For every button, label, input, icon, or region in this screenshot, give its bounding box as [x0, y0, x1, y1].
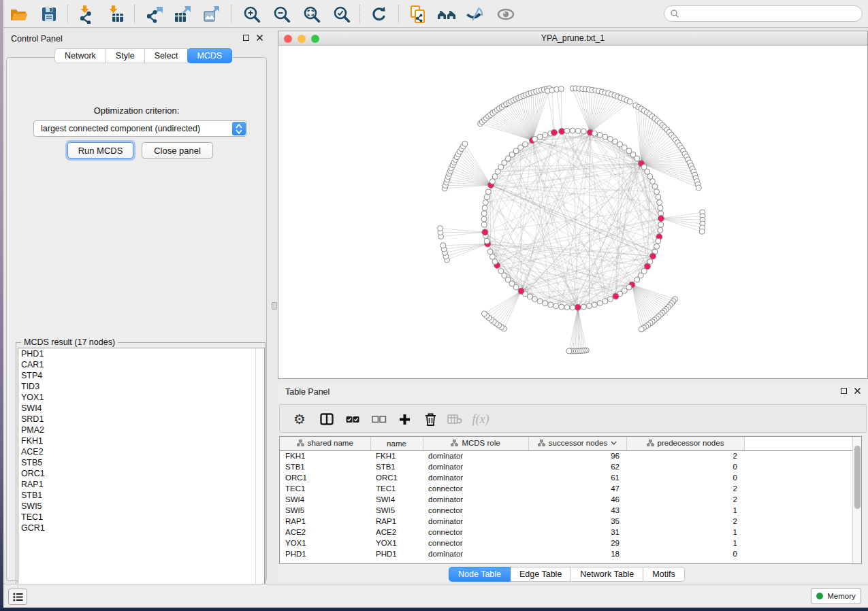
select-all-icon[interactable] [344, 410, 361, 428]
mcds-list-scrollbar[interactable] [255, 348, 264, 592]
tab-motifs[interactable]: Motifs [643, 567, 684, 582]
ring-node[interactable] [592, 302, 597, 308]
ring-node[interactable] [656, 195, 661, 200]
column-header-name[interactable]: name [370, 437, 423, 450]
tab-select[interactable]: Select [145, 48, 189, 63]
ring-node[interactable] [564, 305, 570, 310]
mcds-result-item[interactable]: RAP1 [18, 479, 264, 490]
zoom-out-icon[interactable] [272, 4, 292, 24]
mcds-result-item[interactable]: SWI4 [18, 403, 264, 414]
ring-node[interactable] [548, 302, 553, 308]
table-row[interactable]: RAP1RAP1dominator352 [280, 516, 861, 527]
close-panel-icon[interactable] [854, 387, 861, 395]
leaf-node[interactable] [696, 185, 701, 191]
split-divider-handle[interactable] [272, 302, 277, 310]
table-row[interactable]: FKH1FKH1dominator962 [280, 450, 861, 461]
mcds-result-item[interactable]: STB5 [18, 457, 264, 468]
ring-node[interactable] [575, 128, 581, 133]
table-row[interactable]: PHD1PHD1dominator180 [280, 548, 861, 559]
table-row[interactable]: TEC1TEC1connector472 [280, 483, 861, 494]
leaf-node[interactable] [438, 226, 443, 231]
ring-node[interactable] [652, 184, 658, 189]
close-panel-icon[interactable] [256, 34, 263, 42]
delete-column-icon[interactable] [421, 410, 439, 428]
memory-button[interactable]: Memory [811, 588, 861, 604]
mcds-hub-node[interactable] [658, 216, 664, 222]
hide-graphics-details-icon[interactable] [466, 4, 486, 24]
open-file-icon[interactable] [9, 4, 29, 24]
ring-node[interactable] [656, 238, 661, 244]
show-details-eye-icon[interactable] [496, 4, 516, 24]
ring-node[interactable] [570, 128, 575, 133]
ring-node[interactable] [597, 132, 602, 137]
ring-node[interactable] [586, 303, 592, 309]
table-row[interactable]: ACE2ACE2connector311 [280, 527, 861, 538]
deselect-all-icon[interactable] [370, 410, 388, 428]
select-stepper-icon[interactable] [232, 122, 246, 135]
ring-node[interactable] [481, 216, 487, 222]
ring-node[interactable] [484, 238, 489, 244]
ring-node[interactable] [654, 244, 660, 249]
ring-node[interactable] [522, 142, 528, 147]
ring-node[interactable] [581, 129, 586, 134]
ring-node[interactable] [483, 200, 488, 205]
ring-node[interactable] [484, 195, 489, 200]
ring-node[interactable] [602, 134, 608, 139]
mcds-result-item[interactable]: GCR1 [18, 523, 264, 533]
ring-node[interactable] [482, 205, 487, 211]
mcds-result-item[interactable]: ORC1 [18, 468, 264, 479]
ring-node[interactable] [650, 179, 656, 184]
mcds-result-item[interactable]: STB1 [18, 490, 264, 501]
import-table-icon[interactable] [106, 4, 126, 24]
column-header-shared-name[interactable]: shared name [280, 437, 370, 450]
mcds-hub-node[interactable] [518, 288, 524, 294]
mcds-result-item[interactable]: PMA2 [18, 425, 264, 435]
new-network-from-selection-icon[interactable] [408, 4, 428, 24]
table-row[interactable]: SWI4SWI4dominator462 [280, 494, 861, 505]
ring-node[interactable] [537, 299, 543, 304]
mcds-result-item[interactable]: CAR1 [18, 359, 264, 370]
ring-node[interactable] [658, 222, 664, 227]
show-graphics-details-icon[interactable] [436, 4, 457, 24]
table-row[interactable]: STB1STB1dominator620 [280, 461, 861, 472]
close-panel-button[interactable]: Close panel [142, 142, 213, 159]
table-row[interactable]: ORC1ORC1dominator610 [280, 472, 861, 483]
ring-node[interactable] [564, 128, 570, 133]
ring-node[interactable] [481, 222, 487, 227]
ring-node[interactable] [537, 134, 543, 139]
ring-node[interactable] [532, 136, 538, 142]
ring-node[interactable] [581, 304, 586, 310]
ring-node[interactable] [485, 189, 491, 195]
mcds-result-list[interactable]: PHD1CAR1STP4TID3YOX1SWI4SRD1PMA2FKH1ACE2… [18, 348, 265, 593]
ring-node[interactable] [559, 304, 564, 310]
mcds-hub-node[interactable] [551, 129, 558, 135]
column-header-successor-nodes[interactable]: successor nodes [528, 437, 626, 450]
function-builder-icon[interactable]: f(x) [472, 410, 489, 428]
optimization-criterion-select[interactable]: largest connected component (undirected) [33, 120, 247, 137]
ring-node[interactable] [602, 299, 608, 304]
column-header-predecessor-nodes[interactable]: predecessor nodes [626, 437, 744, 450]
float-panel-icon[interactable] [841, 388, 847, 394]
column-header-MCDS-role[interactable]: MCDS role [423, 437, 528, 450]
tab-network-table[interactable]: Network Table [571, 567, 643, 582]
leaf-node[interactable] [440, 243, 446, 248]
tab-mcds[interactable]: MCDS [187, 48, 232, 63]
mcds-hub-node[interactable] [559, 129, 565, 135]
export-network-icon[interactable] [145, 4, 165, 24]
export-image-icon[interactable] [202, 4, 222, 24]
table-settings-gear-icon[interactable]: ⚙ [291, 410, 308, 428]
leaf-node[interactable] [558, 86, 564, 92]
import-network-icon[interactable] [77, 4, 97, 24]
ring-node[interactable] [634, 156, 640, 161]
mcds-result-item[interactable]: SWI5 [18, 501, 264, 512]
ring-node[interactable] [654, 189, 660, 195]
mcds-result-item[interactable]: TEC1 [18, 512, 264, 523]
leaf-node[interactable] [639, 327, 644, 332]
ring-node[interactable] [489, 254, 495, 259]
save-session-icon[interactable] [39, 4, 59, 24]
mcds-result-item[interactable]: ACE2 [18, 446, 264, 457]
mcds-result-item[interactable]: TID3 [18, 381, 264, 392]
search-input[interactable] [679, 9, 850, 18]
ring-node[interactable] [597, 301, 602, 306]
mcds-result-item[interactable]: PHD1 [18, 348, 264, 359]
